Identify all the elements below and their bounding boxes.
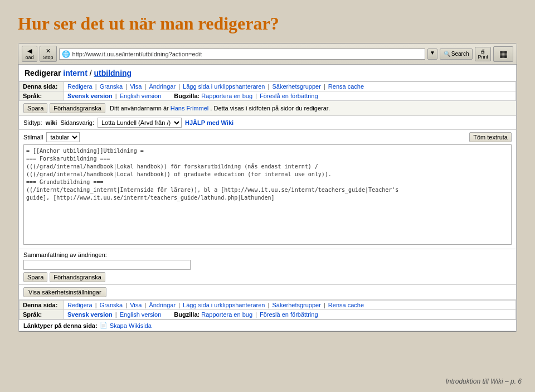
redigerar-label: Redigerar (25, 69, 63, 78)
menu-button[interactable]: ▦ (493, 46, 513, 62)
summary-label: Sammanfattning av ändringen: (23, 251, 512, 258)
footer-sprak-content: Svensk version | English version Bugzill… (64, 310, 516, 320)
footer-rapportera-link[interactable]: Rapportera en bug (201, 311, 252, 318)
sprak-row: Språk: Svensk version | English version … (20, 91, 516, 101)
footer-lagg-sida-link[interactable]: Lägg sida i urklippshanteraren (183, 302, 265, 308)
search-button[interactable]: 🔍 Search (440, 49, 473, 60)
linktyper-row: Länktyper på denna sida: 📄 Skapa Wikisid… (19, 320, 516, 331)
summary-buttons: Spara Förhandsgranska (23, 272, 512, 282)
rapportera-bug-link[interactable]: Rapportera en bug (201, 93, 252, 99)
browser-toolbar: ◀ oad ✕ Stop 🌐 http://www.it.uu.se/inter… (18, 43, 517, 65)
sidansvarig-select[interactable]: Lotta Lundell (Ärvd från /) (98, 118, 182, 128)
footer-granska-link[interactable]: Granska (100, 302, 123, 308)
summary-input[interactable] (23, 260, 191, 270)
granska-link[interactable]: Granska (100, 83, 123, 90)
linktyper-label: Länktyper på denna sida: (23, 322, 98, 329)
spara-btn-top[interactable]: Spara (23, 103, 47, 113)
footer-bugzilla-label: Bugzilla: (174, 311, 200, 318)
forhandsgranska-btn-top[interactable]: Förhandsgranska (50, 103, 105, 113)
page-heading: Hur ser det ut när man redigerar? (0, 0, 535, 43)
sprak-label: Språk: (20, 91, 64, 101)
rensa-cache-link[interactable]: Rensa cache (328, 83, 364, 90)
wiki-edit-textarea[interactable]: = [[Anchor utbildning]]Utbildning = === … (23, 144, 512, 245)
lagg-sida-link[interactable]: Lägg sida i urklippshanteraren (183, 83, 265, 90)
footer-redigera-link[interactable]: Redigera (67, 302, 93, 308)
stilmall-label: Stilmall (23, 134, 43, 141)
back-icon: ◀ (25, 47, 34, 55)
footer-rensa-cache-link[interactable]: Rensa cache (328, 302, 364, 308)
internt-link[interactable]: internt (63, 69, 87, 78)
denna-sida-row: Denna sida: Redigera | Granska | Visa | … (20, 82, 516, 91)
user-name-link[interactable]: Hans Frimmel (171, 105, 208, 112)
footer-visa-link[interactable]: Visa (130, 302, 142, 308)
stop-icon: ✕ (43, 47, 54, 55)
info-table-top: Denna sida: Redigera | Granska | Visa | … (19, 81, 516, 101)
stilmall-left: Stilmall tabular (23, 132, 80, 142)
skapa-wikisida-link[interactable]: Skapa Wikisida (110, 322, 152, 329)
search-icon: 🔍 (444, 51, 450, 57)
page-number: Introduktion till Wiki – p. 6 (445, 378, 522, 385)
sidtype-value: wiki (46, 119, 57, 126)
visa-sakerhets-btn[interactable]: Visa säkerhetsinställningar (23, 287, 106, 297)
sidansvarig-label: Sidansvarig: (60, 119, 94, 126)
print-button[interactable]: 🖨 Print (475, 47, 491, 61)
footer-foresla-link[interactable]: Föreslå en förbättring (260, 311, 318, 318)
en-version-link[interactable]: English version (120, 93, 162, 99)
footer-denna-sida-links: Redigera | Granska | Visa | Ändringar | … (64, 301, 516, 310)
foresla-link[interactable]: Föreslå en förbättring (260, 93, 318, 99)
spara-btn-bottom[interactable]: Spara (23, 272, 47, 282)
footer-andringar-link[interactable]: Ändringar (149, 302, 176, 308)
redigera-link[interactable]: Redigera (67, 83, 93, 90)
footer-denna-sida-label: Denna sida: (20, 301, 64, 310)
andringar-link[interactable]: Ändringar (149, 83, 176, 90)
back-button[interactable]: ◀ oad (22, 46, 37, 62)
wiki-content: Redigerar internt / utbildning Denna sid… (18, 65, 517, 331)
sidtype-row: Sidtyp: wiki Sidansvarig: Lotta Lundell … (19, 116, 516, 130)
footer-en-link[interactable]: English version (120, 311, 162, 318)
denna-sida-label: Denna sida: (20, 82, 64, 91)
user-info: Ditt användarnamn är Hans Frimmel . Dett… (110, 105, 330, 112)
address-dropdown[interactable]: ▼ (427, 49, 437, 60)
sidtype-label: Sidtyp: (23, 119, 42, 126)
tom-textruta-btn[interactable]: Töm textruta (469, 132, 512, 142)
footer-sv-link[interactable]: Svensk version (67, 311, 113, 318)
bugzilla-label: Bugzilla: (174, 93, 200, 99)
browser-window: ◀ oad ✕ Stop 🌐 http://www.it.uu.se/inter… (18, 43, 517, 332)
footer-info: Denna sida: Redigera | Granska | Visa | … (19, 300, 516, 331)
page-icon: 📄 (100, 322, 108, 329)
footer-sprak-label: Språk: (20, 310, 64, 320)
print-icon: 🖨 (480, 49, 485, 54)
sprak-content: Svensk version | English version Bugzill… (64, 91, 516, 101)
hjälp-link[interactable]: HJÄLP med Wiki (185, 119, 234, 126)
visa-link[interactable]: Visa (130, 83, 142, 90)
globe-icon: 🌐 (62, 50, 70, 58)
stilmall-select[interactable]: tabular (46, 132, 80, 142)
security-section: Visa säkerhetsinställningar (19, 285, 516, 300)
footer-sprak-row: Språk: Svensk version | English version … (20, 310, 516, 320)
utbildning-link[interactable]: utbildning (94, 69, 132, 78)
info-table-bottom: Denna sida: Redigera | Granska | Visa | … (19, 300, 516, 320)
sakerhetsgrupper-link[interactable]: Säkerhetsgrupper (272, 83, 320, 90)
edit-area-container: Stilmall tabular Töm textruta = [[Anchor… (19, 130, 516, 249)
forhandsgranska-btn-bottom[interactable]: Förhandsgranska (50, 272, 105, 282)
wiki-title-bar: Redigerar internt / utbildning (19, 65, 516, 81)
footer-denna-sida-row: Denna sida: Redigera | Granska | Visa | … (20, 301, 516, 310)
action-bar: Spara Förhandsgranska Ditt användarnamn … (19, 101, 516, 116)
denna-sida-links: Redigera | Granska | Visa | Ändringar | … (64, 82, 516, 91)
sv-version-link[interactable]: Svensk version (67, 93, 113, 99)
address-bar[interactable]: 🌐 http://www.it.uu.se/internt/utbildning… (59, 49, 425, 60)
menu-icon: ▦ (499, 49, 508, 59)
stilmall-row: Stilmall tabular Töm textruta (23, 132, 512, 142)
footer-sakerhetsgrupper-link[interactable]: Säkerhetsgrupper (272, 302, 320, 308)
stop-button[interactable]: ✕ Stop (40, 46, 57, 62)
summary-section: Sammanfattning av ändringen: Spara Förha… (19, 249, 516, 285)
